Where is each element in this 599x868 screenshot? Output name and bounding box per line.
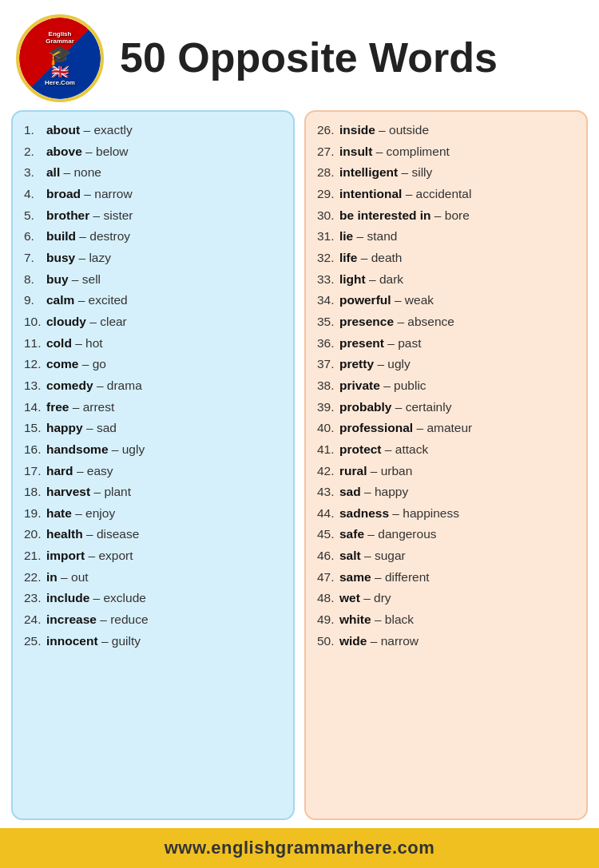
list-item: 11.cold – hot (24, 333, 282, 355)
item-number: 22. (24, 567, 46, 589)
list-item: 28.intelligent – silly (317, 162, 575, 184)
list-item: 4.broad – narrow (24, 184, 282, 205)
list-item: 18.harvest – plant (24, 482, 282, 503)
item-word: health (46, 524, 83, 545)
list-item: 25.innocent – guilty (24, 631, 282, 652)
list-item: 37.pretty – ugly (317, 354, 575, 375)
list-item: 1.about – exactly (24, 120, 282, 141)
item-word: present (339, 333, 384, 355)
list-item: 27.insult – compliment (317, 141, 575, 163)
item-opposite: – out (58, 567, 89, 589)
list-item: 49.white – black (317, 609, 575, 631)
item-number: 21. (24, 545, 46, 567)
list-item: 32.life – death (317, 248, 575, 269)
item-word: sad (339, 482, 361, 503)
item-word: import (46, 545, 85, 567)
item-number: 26. (317, 120, 339, 141)
item-word: presence (339, 311, 394, 333)
item-number: 45. (317, 524, 339, 545)
item-number: 16. (24, 439, 46, 461)
list-item: 14.free – arrest (24, 397, 282, 418)
list-item: 50.wide – narrow (317, 631, 575, 652)
item-number: 15. (24, 418, 46, 439)
item-word: pretty (339, 354, 374, 375)
item-word: handsome (46, 439, 109, 461)
item-opposite: – ugly (109, 439, 145, 461)
item-number: 14. (24, 397, 46, 418)
item-number: 42. (317, 461, 339, 482)
list-item: 19.hate – enjoy (24, 503, 282, 525)
list-item: 22.in – out (24, 567, 282, 589)
item-number: 24. (24, 609, 46, 631)
list-item: 48.wet – dry (317, 588, 575, 609)
item-number: 6. (24, 226, 46, 248)
item-opposite: – happy (361, 482, 408, 503)
footer-url: www.englishgrammarhere.com (165, 838, 435, 858)
list-item: 20.health – disease (24, 524, 282, 545)
item-word: life (339, 248, 357, 269)
item-opposite: – black (371, 609, 414, 631)
content-area: 1.about – exactly2.above – below3.all – … (0, 110, 599, 820)
list-item: 35.presence – absence (317, 311, 575, 333)
item-number: 49. (317, 609, 339, 631)
item-word: cold (46, 333, 72, 355)
item-opposite: – outside (375, 120, 429, 141)
item-opposite: – disease (83, 524, 140, 545)
item-word: happy (46, 418, 83, 439)
item-number: 39. (317, 397, 339, 418)
item-opposite: – happiness (389, 503, 459, 525)
item-number: 38. (317, 375, 339, 397)
item-number: 48. (317, 588, 339, 609)
item-opposite: – export (85, 545, 133, 567)
item-opposite: – different (371, 567, 430, 589)
item-number: 43. (317, 482, 339, 503)
item-number: 17. (24, 461, 46, 482)
item-opposite: – reduce (97, 609, 149, 631)
logo-top-text: EnglishGrammar (46, 30, 74, 46)
item-number: 44. (317, 503, 339, 525)
item-opposite: – exactly (80, 120, 132, 141)
item-number: 41. (317, 439, 339, 461)
item-word: intentional (339, 184, 402, 205)
item-opposite: – exclude (89, 588, 146, 609)
item-number: 23. (24, 588, 46, 609)
item-opposite: – death (357, 248, 402, 269)
item-opposite: – drama (93, 375, 142, 397)
item-opposite: – narrow (367, 631, 419, 652)
item-word: light (339, 269, 366, 291)
item-word: about (46, 120, 80, 141)
item-word: lie (339, 226, 353, 248)
item-number: 11. (24, 333, 46, 355)
item-number: 35. (317, 311, 339, 333)
item-opposite: – excited (74, 290, 127, 311)
item-word: include (46, 588, 89, 609)
list-item: 3.all – none (24, 162, 282, 184)
item-opposite: – public (380, 375, 426, 397)
list-item: 41.protect – attack (317, 439, 575, 461)
item-word: buy (46, 269, 69, 291)
item-opposite: – sell (69, 269, 101, 291)
item-number: 27. (317, 141, 339, 163)
item-opposite: – urban (367, 461, 412, 482)
item-word: broad (46, 184, 81, 205)
item-word: wet (339, 588, 360, 609)
list-item: 46.salt – sugar (317, 545, 575, 567)
list-item: 34.powerful – weak (317, 290, 575, 311)
item-word: powerful (339, 290, 391, 311)
item-word: increase (46, 609, 97, 631)
item-word: brother (46, 205, 89, 227)
item-number: 37. (317, 354, 339, 375)
item-word: wide (339, 631, 367, 652)
item-number: 32. (317, 248, 339, 269)
item-word: be interested in (339, 205, 431, 227)
item-word: build (46, 226, 76, 248)
header: EnglishGrammar 🎓 🇬🇧 Here.Com 50 Opposite… (0, 0, 599, 110)
item-word: cloudy (46, 311, 86, 333)
item-word: hate (46, 503, 72, 525)
item-number: 2. (24, 141, 46, 163)
item-word: white (339, 609, 371, 631)
logo-hat-icon: 🎓 (48, 46, 72, 65)
list-item: 47.same – different (317, 567, 575, 589)
item-number: 47. (317, 567, 339, 589)
item-number: 36. (317, 333, 339, 355)
